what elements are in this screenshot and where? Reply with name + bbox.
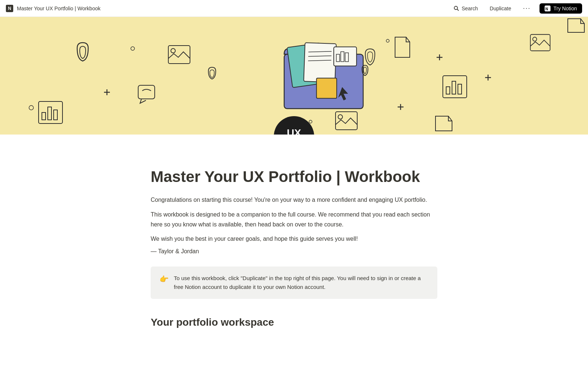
svg-rect-39	[316, 78, 337, 99]
notion-logo: N	[6, 5, 13, 12]
folder-illustration	[277, 34, 372, 111]
svg-rect-35	[304, 43, 336, 82]
notion-icon: N	[545, 6, 551, 11]
svg-rect-24	[452, 81, 456, 94]
topbar-right: Search Duplicate ··· N Try Notion	[451, 3, 582, 14]
point-right-icon: 👉	[159, 275, 169, 283]
try-notion-button[interactable]: N Try Notion	[539, 3, 582, 14]
photo-icon-right	[334, 111, 358, 131]
circle-doodle	[29, 105, 34, 110]
callout-box: 👉 To use this workbook, click "Duplicate…	[151, 267, 437, 299]
svg-rect-25	[458, 84, 462, 94]
svg-line-1	[457, 9, 459, 11]
description-para-2: This workbook is designed to be a compan…	[151, 210, 437, 229]
svg-rect-26	[336, 112, 357, 130]
svg-rect-10	[168, 46, 190, 64]
svg-point-4	[29, 105, 33, 110]
paperclip-icon	[75, 41, 90, 63]
svg-rect-30	[138, 85, 155, 99]
avatar-line1: UX	[287, 128, 301, 135]
more-options-button[interactable]: ···	[520, 3, 534, 14]
plus-icon-2	[103, 89, 111, 96]
svg-rect-28	[530, 35, 550, 51]
svg-point-9	[131, 47, 135, 50]
duplicate-button[interactable]: Duplicate	[487, 4, 514, 13]
svg-rect-7	[48, 107, 51, 120]
avatar: UX tools	[274, 116, 314, 135]
svg-rect-8	[54, 110, 57, 120]
doc-icon-right-lower	[434, 114, 454, 133]
svg-point-27	[338, 115, 343, 119]
chat-icon	[137, 84, 157, 104]
circle-small-1	[386, 39, 390, 43]
plus-icon-4	[436, 54, 443, 61]
topbar-left: N Master Your UX Portfolio | Workbook	[6, 5, 100, 12]
doc-icon-top-right	[393, 35, 412, 59]
svg-text:N: N	[545, 7, 548, 11]
section-title: Your portfolio workspace	[151, 316, 437, 328]
chart-icon-left	[37, 100, 64, 125]
topbar: N Master Your UX Portfolio | Workbook Se…	[0, 0, 588, 17]
photo-icon-top	[167, 44, 191, 65]
photo-icon-far-right	[529, 33, 551, 52]
svg-point-31	[386, 39, 389, 42]
page-tab-title: Master Your UX Portfolio | Workbook	[17, 6, 100, 11]
paperclip-icon-2	[208, 67, 217, 81]
circle-doodle-2	[130, 46, 135, 51]
search-icon	[453, 6, 459, 11]
search-button[interactable]: Search	[451, 4, 481, 13]
description-para-3: We wish you the best in your career goal…	[151, 234, 437, 244]
svg-point-32	[309, 120, 312, 123]
plus-icon-3	[397, 103, 404, 111]
callout-text: To use this workbook, click "Duplicate" …	[174, 274, 429, 291]
plus-icon-5	[484, 74, 492, 81]
signature: — Taylor & Jordan	[151, 248, 437, 255]
doc-icon-corner	[566, 17, 586, 33]
svg-point-11	[171, 49, 175, 53]
svg-point-0	[454, 6, 458, 10]
svg-point-29	[533, 37, 537, 41]
description-para-1: Congratulations on starting this course!…	[151, 195, 437, 205]
page-title: Master Your UX Portfolio | Workbook	[151, 168, 437, 186]
svg-rect-23	[446, 87, 450, 94]
chart-icon-right	[441, 74, 469, 100]
main-content: Master Your UX Portfolio | Workbook Cong…	[129, 135, 459, 356]
banner: UX tools	[0, 17, 588, 135]
svg-rect-6	[42, 112, 46, 120]
